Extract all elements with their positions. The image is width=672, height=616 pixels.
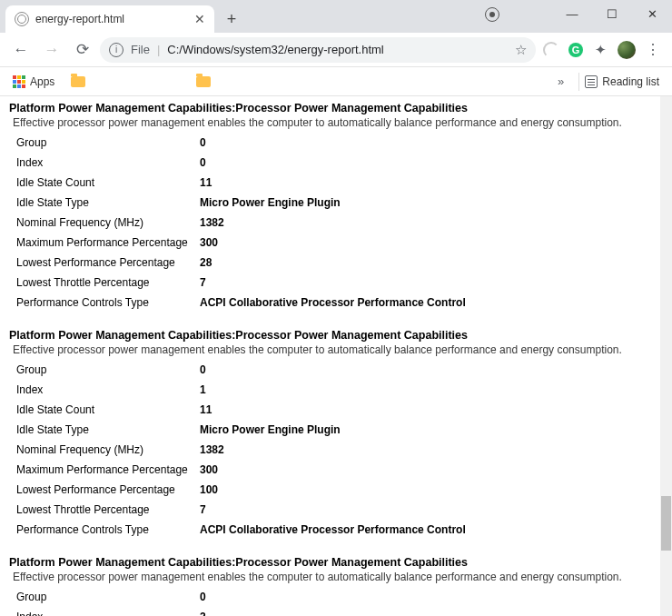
table-row: Lowest Throttle Percentage7 — [9, 273, 663, 293]
row-label: Nominal Frequency (MHz) — [16, 443, 200, 456]
close-icon[interactable]: ✕ — [194, 12, 205, 26]
row-value: 0 — [200, 363, 206, 376]
table-row: Maximum Performance Percentage300 — [9, 460, 663, 480]
scrollbar-track[interactable] — [660, 96, 672, 616]
row-value: 7 — [200, 503, 206, 516]
row-value: 11 — [200, 176, 212, 189]
table-row: Lowest Throttle Percentage7 — [9, 500, 663, 520]
minimize-button[interactable]: — — [552, 0, 592, 27]
row-label: Idle State Type — [16, 423, 200, 436]
row-label: Lowest Throttle Percentage — [16, 503, 200, 516]
site-info-icon[interactable]: i — [109, 43, 124, 57]
table-row: Index2 — [9, 607, 663, 616]
reading-list-button[interactable]: Reading list — [578, 73, 665, 91]
apps-grid-icon — [13, 75, 25, 88]
row-value: 11 — [200, 403, 212, 416]
table-row: Idle State TypeMicro Power Engine Plugin — [9, 193, 663, 213]
row-value: 1 — [200, 383, 206, 396]
reload-button[interactable]: ⟳ — [69, 36, 96, 64]
bookmarks-bar: Apps » Reading list — [0, 67, 672, 96]
bookmark-overflow-icon[interactable]: » — [552, 75, 569, 88]
section-title: Platform Power Management Capabilities:P… — [9, 102, 663, 114]
row-label: Maximum Performance Percentage — [16, 463, 200, 476]
row-value: Micro Power Engine Plugin — [200, 196, 341, 209]
table-row: Performance Controls TypeACPI Collaborat… — [9, 293, 663, 313]
section-title: Platform Power Management Capabilities:P… — [9, 329, 663, 342]
back-button[interactable]: ← — [7, 36, 35, 64]
close-window-button[interactable]: ✕ — [632, 0, 672, 27]
table-row: Idle State Count11 — [9, 173, 663, 193]
row-value: 7 — [200, 276, 206, 289]
table-row: Idle State Count11 — [9, 400, 663, 420]
row-label: Group — [16, 591, 200, 603]
row-label: Group — [16, 136, 200, 149]
section-description: Effective processor power management ena… — [13, 343, 663, 356]
bookmark-item[interactable] — [216, 75, 231, 88]
row-value: 0 — [200, 136, 206, 149]
maximize-button[interactable]: ☐ — [592, 0, 632, 27]
row-value: 1382 — [200, 216, 224, 229]
profile-avatar-icon[interactable] — [618, 41, 636, 59]
table-row: Nominal Frequency (MHz)1382 — [9, 440, 663, 460]
tab-title: energy-report.html — [35, 13, 188, 25]
url-prefix: File — [131, 43, 150, 56]
account-indicator-icon[interactable] — [485, 7, 499, 22]
table-row: Performance Controls TypeACPI Collaborat… — [9, 520, 663, 540]
extensions-puzzle-icon[interactable]: ✦ — [592, 42, 608, 58]
bookmark-folder-icon[interactable] — [71, 76, 85, 87]
apps-shortcut[interactable]: Apps — [7, 73, 60, 91]
bookmark-item[interactable] — [91, 75, 109, 88]
row-value: 0 — [200, 156, 206, 169]
table-row: Lowest Performance Percentage28 — [9, 253, 663, 273]
row-value: 100 — [200, 483, 218, 496]
table-row: Index1 — [9, 380, 663, 400]
row-label: Nominal Frequency (MHz) — [16, 216, 200, 229]
row-label: Idle State Count — [16, 176, 200, 189]
row-label: Lowest Throttle Percentage — [16, 276, 200, 289]
window-controls: — ☐ ✕ — [552, 0, 672, 27]
reading-list-icon — [585, 75, 598, 88]
bookmark-star-icon[interactable]: ☆ — [515, 42, 527, 58]
extension-grammarly-icon[interactable]: G — [568, 43, 583, 57]
section-title: Platform Power Management Capabilities:P… — [9, 556, 663, 569]
url-path: C:/Windows/system32/energy-report.html — [167, 43, 508, 56]
apps-label: Apps — [30, 75, 54, 88]
row-label: Index — [16, 611, 200, 616]
browser-titlebar: energy-report.html ✕ + — ☐ ✕ — [0, 0, 672, 33]
scrollbar-thumb[interactable] — [661, 496, 671, 551]
table-row: Group0 — [9, 360, 663, 380]
report-section: Platform Power Management Capabilities:P… — [9, 556, 663, 616]
row-label: Idle State Type — [16, 196, 200, 209]
row-label: Group — [16, 363, 200, 376]
menu-dots-icon[interactable]: ⋮ — [645, 42, 661, 58]
extension-arc-icon[interactable] — [543, 42, 559, 58]
new-tab-button[interactable]: + — [220, 7, 243, 31]
browser-toolbar: ← → ⟳ i File | C:/Windows/system32/energ… — [0, 33, 672, 67]
forward-button[interactable]: → — [38, 36, 65, 64]
section-description: Effective processor power management ena… — [13, 116, 663, 129]
row-label: Maximum Performance Percentage — [16, 236, 200, 249]
row-value: 300 — [200, 463, 218, 476]
address-bar[interactable]: i File | C:/Windows/system32/energy-repo… — [100, 37, 536, 63]
row-label: Lowest Performance Percentage — [16, 256, 200, 269]
row-value: 0 — [200, 591, 206, 603]
row-value: Micro Power Engine Plugin — [200, 423, 341, 436]
table-row: Idle State TypeMicro Power Engine Plugin — [9, 420, 663, 440]
section-description: Effective processor power management ena… — [13, 571, 663, 583]
globe-icon — [15, 12, 29, 26]
row-value: 300 — [200, 236, 218, 249]
reading-list-label: Reading list — [602, 75, 659, 88]
url-separator: | — [157, 43, 160, 56]
page-content: Platform Power Management Capabilities:P… — [0, 96, 672, 616]
row-value: ACPI Collaborative Processor Performance… — [200, 523, 466, 536]
row-label: Performance Controls Type — [16, 296, 200, 309]
table-row: Index0 — [9, 153, 663, 173]
bookmark-folder-icon[interactable] — [196, 76, 211, 87]
row-label: Index — [16, 156, 200, 169]
browser-tab[interactable]: energy-report.html ✕ — [5, 5, 214, 33]
row-value: 28 — [200, 256, 212, 269]
row-value: ACPI Collaborative Processor Performance… — [200, 296, 466, 309]
table-row: Lowest Performance Percentage100 — [9, 480, 663, 500]
row-label: Performance Controls Type — [16, 523, 200, 536]
report-section: Platform Power Management Capabilities:P… — [9, 102, 663, 313]
